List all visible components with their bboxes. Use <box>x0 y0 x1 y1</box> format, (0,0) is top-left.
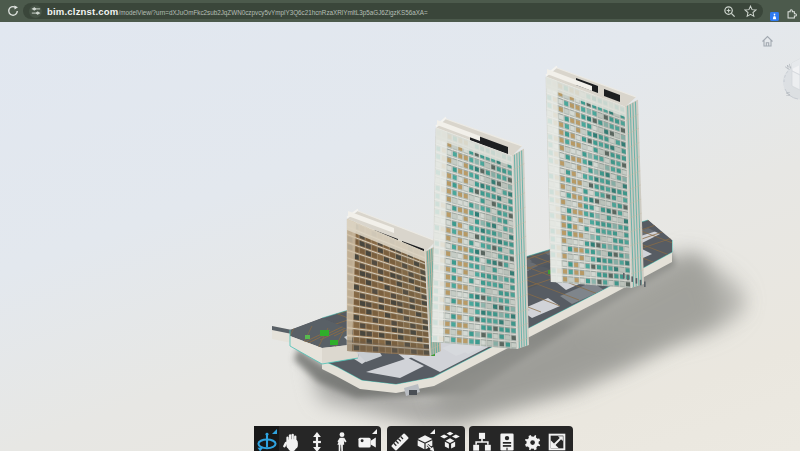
svg-text:S: S <box>786 91 790 97</box>
